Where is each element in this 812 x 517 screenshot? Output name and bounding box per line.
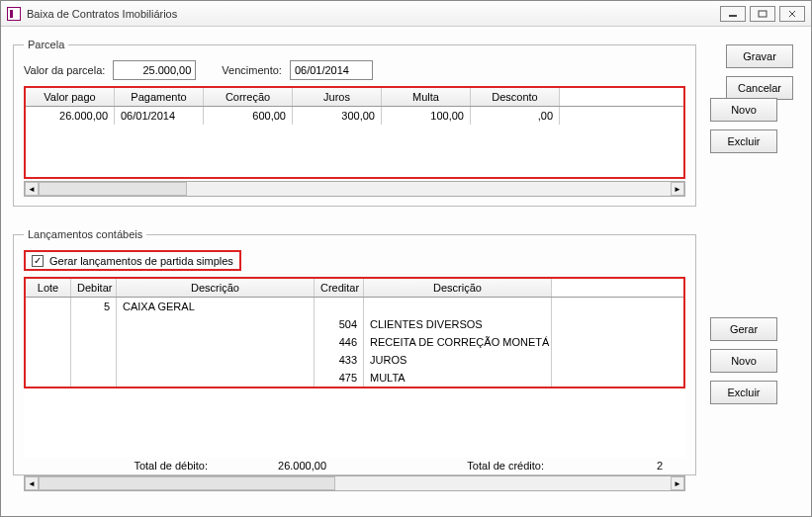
- checkbox-icon: ✓: [32, 255, 44, 267]
- lanc-novo-button[interactable]: Novo: [710, 349, 777, 373]
- cell-creditar[interactable]: 446: [315, 333, 364, 351]
- cell-pagamento[interactable]: 06/01/2014: [115, 107, 204, 125]
- total-debito-value: 26.000,00: [208, 460, 326, 472]
- cell-correcao[interactable]: 600,00: [204, 107, 293, 125]
- cell-debitar[interactable]: 5: [71, 298, 117, 315]
- parcela-grid: Valor pago Pagamento Correção Juros Mult…: [24, 86, 685, 179]
- cell-multa[interactable]: 100,00: [382, 107, 471, 125]
- parcela-hscroll[interactable]: ◄ ►: [24, 181, 685, 197]
- total-debito-label: Total de débito:: [30, 460, 208, 472]
- window-title: Baixa de Contratos Imobiliários: [27, 8, 720, 20]
- lanc-grid-row[interactable]: 504CLIENTES DIVERSOS: [26, 315, 683, 333]
- gerar-partida-checkbox[interactable]: ✓ Gerar lançamentos de partida simples: [32, 255, 233, 267]
- scroll-left-icon[interactable]: ◄: [25, 476, 39, 490]
- col-valor-pago[interactable]: Valor pago: [26, 88, 115, 106]
- col-multa[interactable]: Multa: [382, 88, 471, 106]
- col-pagamento[interactable]: Pagamento: [115, 88, 204, 106]
- valor-parcela-field[interactable]: 25.000,00: [113, 60, 196, 80]
- cell-lote[interactable]: [26, 298, 71, 315]
- window-buttons: [720, 6, 805, 22]
- vencimento-label: Vencimento:: [222, 64, 282, 76]
- lancamentos-totals: Total de débito: 26.000,00 Total de créd…: [24, 458, 685, 474]
- lancamentos-group: Lançamentos contábeis ✓ Gerar lançamento…: [13, 228, 696, 475]
- cell-desc-cred[interactable]: [364, 298, 552, 315]
- cell-debitar[interactable]: [71, 369, 117, 387]
- parcela-excluir-button[interactable]: Excluir: [710, 129, 777, 153]
- cell-lote[interactable]: [26, 315, 71, 333]
- col-juros[interactable]: Juros: [293, 88, 382, 106]
- cell-desc-cred[interactable]: CLIENTES DIVERSOS: [364, 315, 552, 333]
- app-icon: [7, 7, 21, 21]
- parcela-grid-row[interactable]: 26.000,00 06/01/2014 600,00 300,00 100,0…: [26, 107, 683, 125]
- lanc-grid-row[interactable]: 5CAIXA GERAL: [26, 298, 683, 315]
- col-debitar[interactable]: Debitar: [71, 279, 117, 297]
- parcela-group: Parcela Valor da parcela: 25.000,00 Venc…: [13, 39, 696, 207]
- parcela-legend: Parcela: [24, 39, 68, 50]
- maximize-button[interactable]: [750, 6, 775, 22]
- cell-desc-deb[interactable]: [117, 351, 315, 369]
- cell-creditar[interactable]: [315, 298, 364, 315]
- cell-desc-cred[interactable]: RECEITA DE CORREÇÃO MONETÁ: [364, 333, 552, 351]
- cell-debitar[interactable]: [71, 333, 117, 351]
- parcela-novo-button[interactable]: Novo: [710, 98, 777, 122]
- minimize-button[interactable]: [720, 6, 746, 22]
- valor-parcela-label: Valor da parcela:: [24, 64, 105, 76]
- col-correcao[interactable]: Correção: [204, 88, 293, 106]
- svg-rect-1: [759, 11, 767, 17]
- cell-desc-cred[interactable]: MULTA: [364, 369, 552, 387]
- vencimento-field[interactable]: 06/01/2014: [290, 60, 373, 80]
- cell-desc-deb[interactable]: CAIXA GERAL: [117, 298, 315, 315]
- cell-creditar[interactable]: 504: [315, 315, 364, 333]
- lancamentos-lower: [24, 388, 685, 458]
- cell-lote[interactable]: [26, 369, 71, 387]
- col-desconto[interactable]: Desconto: [471, 88, 560, 106]
- cell-desc-cred[interactable]: JUROS: [364, 351, 552, 369]
- total-credito-label: Total de crédito:: [366, 460, 544, 472]
- scroll-thumb[interactable]: [39, 476, 335, 490]
- lanc-excluir-button[interactable]: Excluir: [710, 381, 777, 404]
- cell-debitar[interactable]: [71, 315, 117, 333]
- lanc-grid-row[interactable]: 446RECEITA DE CORREÇÃO MONETÁ: [26, 333, 683, 351]
- col-lote[interactable]: Lote: [26, 279, 71, 297]
- cell-desconto[interactable]: ,00: [471, 107, 560, 125]
- scroll-left-icon[interactable]: ◄: [25, 182, 39, 196]
- cell-creditar[interactable]: 433: [315, 351, 364, 369]
- scroll-thumb[interactable]: [39, 182, 187, 196]
- cell-desc-deb[interactable]: [117, 315, 315, 333]
- cell-creditar[interactable]: 475: [315, 369, 364, 387]
- col-descricao-deb[interactable]: Descrição: [117, 279, 315, 297]
- lanc-grid-row[interactable]: 475MULTA: [26, 369, 683, 387]
- total-credito-value: 2: [544, 460, 663, 472]
- lancamentos-grid: Lote Debitar Descrição Creditar Descriçã…: [24, 277, 685, 388]
- svg-rect-0: [729, 15, 737, 17]
- scroll-right-icon[interactable]: ►: [671, 476, 684, 490]
- lanc-gerar-button[interactable]: Gerar: [710, 317, 777, 341]
- cell-lote[interactable]: [26, 333, 71, 351]
- col-descricao-cred[interactable]: Descrição: [364, 279, 552, 297]
- cell-desc-deb[interactable]: [117, 369, 315, 387]
- cell-valor-pago[interactable]: 26.000,00: [26, 107, 115, 125]
- cell-desc-deb[interactable]: [117, 333, 315, 351]
- scroll-right-icon[interactable]: ►: [671, 182, 684, 196]
- col-creditar[interactable]: Creditar: [315, 279, 364, 297]
- checkbox-label: Gerar lançamentos de partida simples: [49, 255, 233, 267]
- cell-juros[interactable]: 300,00: [293, 107, 382, 125]
- lancamentos-legend: Lançamentos contábeis: [24, 228, 146, 240]
- check-highlight: ✓ Gerar lançamentos de partida simples: [24, 250, 241, 271]
- lanc-hscroll[interactable]: ◄ ►: [24, 475, 685, 491]
- close-button[interactable]: [779, 6, 805, 22]
- cell-lote[interactable]: [26, 351, 71, 369]
- cell-debitar[interactable]: [71, 351, 117, 369]
- titlebar: Baixa de Contratos Imobiliários: [1, 1, 811, 27]
- lanc-grid-row[interactable]: 433JUROS: [26, 351, 683, 369]
